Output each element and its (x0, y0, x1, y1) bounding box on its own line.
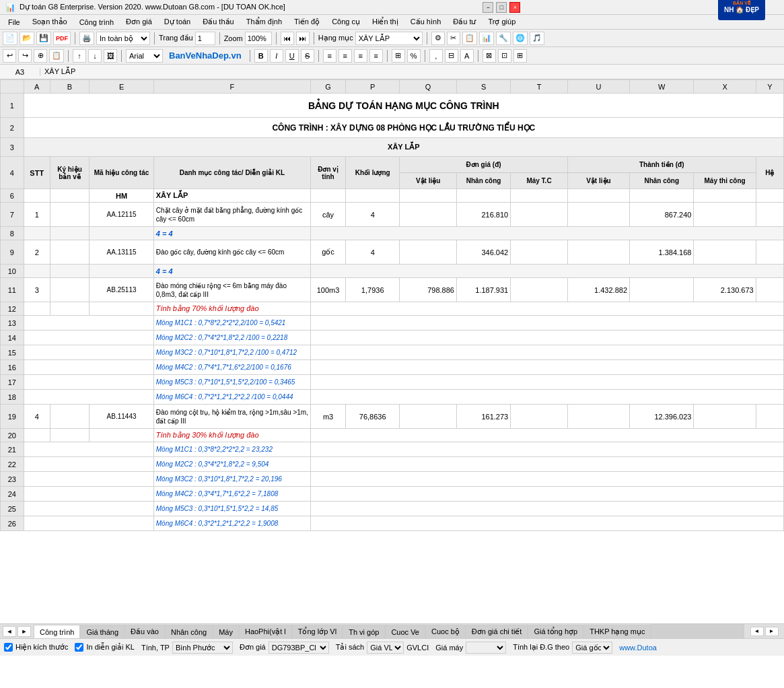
sheet-tab-gia-thang[interactable]: Giá tháng (80, 625, 124, 638)
sheet-tab-may[interactable]: Máy (213, 625, 239, 638)
redo-btn[interactable]: ↪ (18, 49, 32, 63)
cell-9-y (756, 240, 783, 265)
prev-btn[interactable]: ⏮ (281, 32, 294, 45)
formula-content[interactable]: XÂY LẮP (40, 67, 784, 76)
sheet-tab-thkp[interactable]: THKP hạng mục (583, 625, 651, 638)
col-header-B: B (50, 80, 90, 94)
menu-don-gia[interactable]: Đơn giá (120, 16, 157, 28)
menu-file[interactable]: File (3, 17, 26, 28)
percent-btn[interactable]: % (407, 49, 421, 63)
undo-btn[interactable]: ↩ (3, 49, 16, 63)
bold-btn[interactable]: B (254, 49, 268, 63)
menu-hien-thi[interactable]: Hiển thị (367, 16, 404, 28)
tai-sach-select[interactable]: Giá VL (367, 642, 404, 654)
tb-btn-4[interactable]: 📊 (479, 32, 494, 45)
gia-may-select[interactable] (466, 642, 506, 654)
tb-btn-5[interactable]: 🔧 (496, 32, 511, 45)
table-row: 8 4 = 4 (1, 227, 784, 240)
cell-11-p: 1,7936 (346, 278, 400, 302)
open-btn[interactable]: 📂 (20, 32, 34, 45)
tb-btn-1[interactable]: ⚙ (431, 32, 445, 45)
comma-btn[interactable]: , (429, 49, 443, 63)
underline-btn[interactable]: U (285, 49, 299, 63)
col-header-X: X (694, 80, 756, 94)
down-btn[interactable]: ↓ (88, 49, 102, 63)
sheet-tab-dau-vao[interactable]: Đầu vào (124, 625, 165, 638)
color-btn[interactable]: A (460, 49, 474, 63)
cell-reference[interactable]: A3 (0, 68, 40, 76)
header-nhan-cong-tt: Nhân công (630, 173, 694, 189)
extra-btn-3[interactable]: ⊞ (513, 49, 527, 63)
sheet-tab-don-gia-chi-tiet[interactable]: Đơn giá chi tiết (466, 625, 528, 638)
extra-btn-2[interactable]: ⊡ (498, 49, 511, 63)
menu-dau-tu[interactable]: Đầu tư (448, 16, 481, 28)
menu-tro-giup[interactable]: Trợ giúp (483, 16, 521, 28)
copy-btn[interactable]: ⊕ (34, 49, 47, 63)
print-btn[interactable]: 🖨️ (79, 32, 94, 45)
img-btn[interactable]: 🖼 (104, 49, 117, 63)
cell-6-s (456, 189, 510, 203)
tb-btn-2[interactable]: ✂ (447, 32, 460, 45)
up-btn[interactable]: ↑ (73, 49, 86, 63)
merge-btn[interactable]: ⊞ (392, 49, 405, 63)
sheet-tab-tong-lop[interactable]: Tổng lớp Vl (292, 625, 343, 638)
row-num-14: 14 (1, 331, 24, 345)
sheet-prev-btn[interactable]: ◄ (3, 626, 16, 637)
scroll-left-btn[interactable]: ◄ (750, 627, 764, 636)
align-left-btn[interactable]: ≡ (323, 49, 336, 63)
page-num-input[interactable] (195, 32, 215, 45)
tb-btn-6[interactable]: 🌐 (513, 32, 528, 45)
sheet-tab-cuoc-ve[interactable]: Cuoc Ve (385, 625, 425, 638)
sheet-tab-cuoc-bo[interactable]: Cuoc bộ (425, 625, 466, 638)
align-justify-btn[interactable]: ≡ (369, 49, 383, 63)
sheet-tab-nhan-cong[interactable]: Nhân công (165, 625, 213, 638)
zoom-input[interactable] (245, 32, 272, 45)
menu-du-toan[interactable]: Dự toán (159, 16, 196, 28)
menu-soan-thao[interactable]: Soạn thảo (27, 16, 73, 28)
menu-tham-dinh[interactable]: Thẩm định (241, 16, 287, 28)
menu-cong-cu[interactable]: Công cụ (326, 16, 365, 28)
new-btn[interactable]: 📄 (3, 32, 17, 45)
paste-btn[interactable]: 📋 (49, 49, 64, 63)
gvlci-label: GVLCI (406, 644, 429, 652)
next-btn[interactable]: ⏭ (296, 32, 310, 45)
cell-6-p (346, 189, 400, 203)
align-center-btn[interactable]: ≡ (338, 49, 352, 63)
tinh-tp-select[interactable]: Bình Phước (172, 642, 233, 654)
menu-cau-hinh[interactable]: Cấu hình (405, 16, 447, 28)
cell-9-w: 1.384.168 (630, 240, 694, 265)
dec-btn[interactable]: ⊟ (445, 49, 458, 63)
extra-btn-1[interactable]: ⊠ (483, 49, 496, 63)
cell-11-q: 798.886 (400, 278, 457, 302)
sheet-next-btn[interactable]: ► (17, 626, 31, 637)
sheet-tab-haophi[interactable]: HaoPhi(vật l (239, 625, 292, 638)
tb-btn-3[interactable]: 📋 (462, 32, 477, 45)
minimize-button[interactable]: − (483, 2, 493, 13)
italic-btn[interactable]: I (270, 49, 283, 63)
status-bar: Hiện kích thước In diễn giải KL Tính, TP… (0, 638, 784, 656)
menu-tien-do[interactable]: Tiến độ (289, 16, 325, 28)
menu-cong-trinh[interactable]: Công trình (74, 17, 119, 28)
menu-dau-thau[interactable]: Đấu thầu (197, 16, 239, 28)
status-tinh-tp: Tính, TP Bình Phước (141, 642, 233, 654)
align-right-btn[interactable]: ≡ (354, 49, 367, 63)
cell-6-w (630, 189, 694, 203)
sheet-tab-cong-trinh[interactable]: Công trình (34, 625, 80, 638)
sheet-tab-th-vi-gop[interactable]: Th vi góp (343, 625, 385, 638)
tinh-lai-select[interactable]: Giá gốc (572, 642, 612, 654)
cell-19-b (50, 405, 90, 429)
in-dien-giai-checkbox[interactable] (75, 643, 83, 652)
print-select[interactable]: In toàn bộ (96, 32, 150, 45)
scroll-right-btn[interactable]: ► (765, 627, 779, 636)
strikethrough-btn[interactable]: S (301, 49, 314, 63)
pdf-btn[interactable]: PDF (53, 32, 71, 45)
hang-muc-select[interactable]: XÂY LẮP (355, 32, 423, 45)
don-gia-select[interactable]: DG793BP_Cl (269, 642, 329, 654)
hien-kich-thuoc-checkbox[interactable] (4, 643, 13, 652)
save-btn[interactable]: 💾 (36, 32, 51, 45)
maximize-button[interactable]: □ (496, 2, 507, 13)
sheet-tab-gia-tong-hop[interactable]: Giá tổng hợp (528, 625, 583, 638)
close-button[interactable]: × (509, 2, 520, 13)
tb-btn-7[interactable]: 🎵 (530, 32, 544, 45)
font-select[interactable]: Arial (126, 49, 163, 63)
